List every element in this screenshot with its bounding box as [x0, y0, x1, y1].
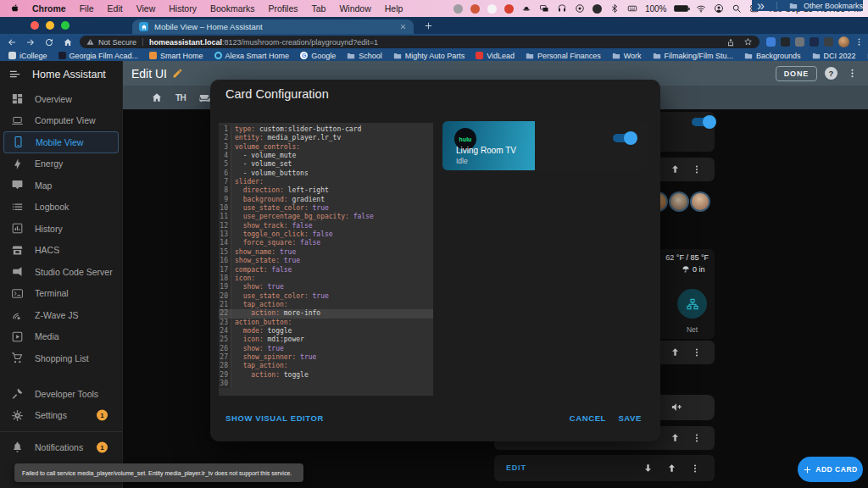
user-switch-icon[interactable]: [714, 3, 724, 14]
bookmark-mighty-auto-parts[interactable]: Mighty Auto Parts: [393, 52, 465, 60]
move-down-icon[interactable]: [643, 463, 654, 474]
save-button[interactable]: SAVE: [618, 413, 642, 423]
app-orange-icon[interactable]: [470, 4, 480, 14]
extension-dark-icon[interactable]: [781, 37, 790, 47]
move-up-icon[interactable]: [670, 164, 681, 175]
volume-plus-icon[interactable]: [670, 401, 683, 413]
sidebar-item-mobile-view[interactable]: Mobile View: [3, 131, 119, 153]
menubar-item-window[interactable]: Window: [339, 3, 370, 14]
url-bar[interactable]: Not Secure homeassistant.local :8123/mus…: [80, 36, 760, 48]
keyboard-icon[interactable]: [627, 3, 637, 14]
bookmark-dci-2022[interactable]: DCI 2022: [812, 52, 856, 60]
forward-icon[interactable]: [25, 37, 36, 47]
menubar-item-bookmarks[interactable]: Bookmarks: [210, 3, 255, 14]
spotlight-icon[interactable]: [732, 3, 742, 14]
sidebar-item-map[interactable]: Map: [0, 175, 122, 197]
menubar-item-chrome[interactable]: Chrome: [32, 3, 66, 14]
headphones-icon[interactable]: [557, 3, 567, 14]
sidebar-item-computer-view[interactable]: Computer View: [0, 110, 122, 132]
sidebar-item-energy[interactable]: Energy: [0, 153, 122, 175]
battery-percent-icon[interactable]: 100%: [645, 4, 667, 14]
browser-tab[interactable]: Mobile View – Home Assistant: [132, 19, 414, 34]
menubar-item-help[interactable]: Help: [385, 3, 403, 14]
bookmark-icollege[interactable]: iCollege: [8, 52, 47, 60]
help-icon[interactable]: ?: [825, 67, 837, 80]
bluetooth-icon[interactable]: [609, 3, 620, 14]
sidebar-item-shopping-list[interactable]: Shopping List: [0, 347, 122, 369]
card-menu-icon[interactable]: [692, 164, 702, 175]
done-button[interactable]: DONE: [776, 66, 817, 81]
window-close-button[interactable]: [31, 21, 39, 30]
sidebar-item-hacs[interactable]: HACS: [0, 240, 122, 262]
chrome-menu-icon[interactable]: [854, 37, 864, 47]
screen-record-icon[interactable]: [575, 3, 585, 14]
extension-grey-icon[interactable]: [795, 37, 804, 47]
bookmark-alexa-smart-home[interactable]: Alexa Smart Home: [214, 52, 290, 60]
bowler-hat-icon[interactable]: [521, 3, 531, 14]
menubar-item-tab[interactable]: Tab: [311, 3, 326, 14]
app-red-icon[interactable]: [504, 4, 514, 14]
bookmark-star-icon[interactable]: [743, 37, 753, 47]
new-tab-icon[interactable]: [424, 21, 433, 30]
card-menu-icon[interactable]: [692, 347, 702, 358]
card-menu-icon[interactable]: [692, 433, 702, 443]
profile-avatar[interactable]: [838, 36, 849, 47]
sidebar-item-media[interactable]: Media: [0, 326, 122, 348]
edit-pencil-icon[interactable]: [172, 68, 183, 79]
move-up-icon[interactable]: [670, 432, 681, 443]
apple-menu-icon[interactable]: [10, 3, 20, 14]
bookmarks-chevron[interactable]: »: [757, 0, 765, 14]
tab-sofa-icon[interactable]: [198, 92, 210, 103]
bookmark-work[interactable]: Work: [612, 52, 642, 60]
bookmark-backgrounds[interactable]: Backgrounds: [744, 52, 801, 60]
sidebar-item-studio-code-server[interactable]: Studio Code Server: [0, 261, 122, 283]
back-icon[interactable]: [7, 37, 17, 47]
sidebar-item-developer-tools[interactable]: Developer Tools: [0, 383, 122, 405]
share-icon[interactable]: [726, 38, 735, 47]
bookmark-filmaking-film-stu[interactable]: Filmaking/Film Stu...: [653, 52, 734, 60]
window-zoom-button[interactable]: [61, 21, 70, 30]
bookmark-smart-home[interactable]: Smart Home: [149, 52, 203, 60]
bg-toggle[interactable]: [692, 118, 714, 126]
add-card-button[interactable]: ADD CARD: [798, 457, 863, 482]
ha-overflow-menu-icon[interactable]: [847, 68, 858, 79]
net-button[interactable]: [677, 289, 707, 319]
app-dark-icon[interactable]: [593, 4, 602, 14]
other-bookmarks[interactable]: Other Bookmarks: [804, 2, 863, 10]
bookmark-georgia-film-acad[interactable]: Georgia Film Acad...: [58, 52, 139, 60]
sidebar-item-overview[interactable]: Overview: [0, 88, 122, 110]
sidebar-item-notifications[interactable]: Notifications1: [0, 436, 122, 458]
sidebar-menu-icon[interactable]: [8, 68, 21, 80]
tab-close-icon[interactable]: [399, 23, 407, 30]
battery-icon[interactable]: [674, 5, 688, 12]
sidebar-item-settings[interactable]: Settings1: [0, 405, 122, 427]
card-menu-icon[interactable]: [690, 463, 700, 474]
edit-card-button[interactable]: EDIT: [506, 463, 526, 472]
sidebar-item-logbook[interactable]: Logbook: [0, 197, 122, 219]
tab-format-text-icon[interactable]: TH: [175, 93, 186, 103]
tab-home-icon[interactable]: [151, 92, 163, 103]
reload-icon[interactable]: [44, 37, 54, 47]
wifi-icon[interactable]: [696, 3, 706, 14]
cancel-button[interactable]: CANCEL: [570, 413, 606, 423]
extension-navy-icon[interactable]: [810, 37, 819, 47]
preview-toggle[interactable]: [613, 134, 635, 142]
show-visual-editor-button[interactable]: SHOW VISUAL EDITOR: [225, 413, 324, 423]
move-up-icon[interactable]: [670, 347, 681, 358]
menubar-item-edit[interactable]: Edit: [108, 3, 123, 14]
bookmark-google[interactable]: GGoogle: [300, 52, 336, 60]
sidebar-item-terminal[interactable]: Terminal: [0, 283, 122, 305]
card-preview[interactable]: hulu Living Room TV Idle: [442, 121, 648, 170]
display-mirror-icon[interactable]: [539, 3, 549, 14]
bookmark-personal-finances[interactable]: Personal Finances: [526, 52, 601, 60]
app-grey-icon[interactable]: [453, 4, 463, 14]
menubar-item-history[interactable]: History: [169, 3, 197, 14]
menubar-item-view[interactable]: View: [136, 3, 156, 14]
person-avatar[interactable]: [690, 191, 710, 212]
move-up-icon[interactable]: [666, 463, 677, 474]
sidebar-item-history[interactable]: History: [0, 218, 122, 240]
menubar-item-profiles[interactable]: Profiles: [268, 3, 298, 14]
window-minimize-button[interactable]: [46, 21, 54, 30]
sidebar-item-z-wave-js[interactable]: Z-Wave JS: [0, 304, 122, 326]
bookmark-school[interactable]: School: [347, 52, 382, 60]
